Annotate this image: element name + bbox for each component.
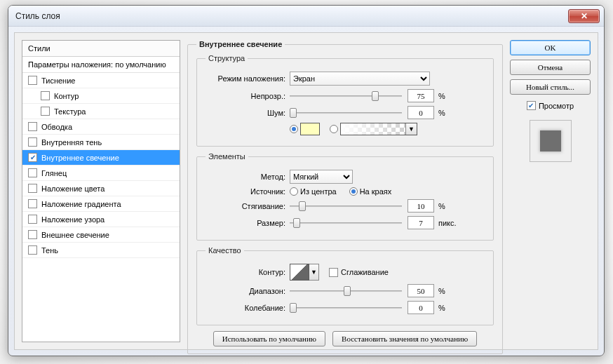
jitter-label: Колебание: — [206, 304, 290, 312]
styles-list: Стили Параметры наложения: по умолчанию … — [22, 40, 180, 342]
style-row[interactable]: Текстура — [22, 104, 180, 119]
style-label: Внутреннее свечение — [41, 154, 119, 162]
style-checkbox[interactable] — [28, 245, 37, 255]
close-icon: ✕ — [581, 11, 588, 21]
effect-outer-group: Внутреннее свечение Структура Режим нало… — [187, 40, 503, 354]
color-swatch[interactable] — [300, 123, 320, 135]
style-row[interactable]: Наложение градиента — [22, 196, 180, 212]
style-label: Внутренняя тень — [41, 138, 102, 147]
close-button[interactable]: ✕ — [568, 9, 600, 23]
antialias-label: Сглаживание — [341, 268, 389, 276]
style-checkbox[interactable] — [28, 199, 37, 208]
style-checkbox[interactable] — [28, 122, 37, 131]
range-unit: % — [438, 287, 445, 295]
style-checkbox[interactable] — [28, 153, 37, 162]
effect-settings-panel: Внутреннее свечение Структура Режим нало… — [187, 40, 503, 342]
color-solid-radio[interactable] — [290, 125, 298, 133]
style-checkbox[interactable] — [28, 168, 37, 177]
source-center-radio[interactable] — [290, 187, 298, 196]
style-checkbox[interactable] — [28, 137, 37, 147]
style-checkbox[interactable] — [28, 215, 37, 224]
style-row[interactable]: Наложение цвета — [22, 181, 180, 196]
style-row[interactable]: Внешнее свечение — [22, 227, 180, 243]
style-row[interactable]: Глянец — [22, 166, 180, 181]
chevron-down-icon[interactable]: ▼ — [309, 264, 319, 281]
opacity-slider[interactable] — [290, 90, 402, 102]
style-label: Тень — [41, 246, 58, 255]
choke-slider[interactable] — [290, 201, 402, 212]
elements-legend: Элементы — [206, 152, 248, 161]
jitter-input[interactable] — [407, 301, 434, 314]
style-row[interactable]: Внутреннее свечение — [22, 150, 180, 166]
style-checkbox[interactable] — [41, 91, 50, 100]
blend-mode-select[interactable]: Экран — [290, 72, 430, 86]
style-label: Контур — [54, 92, 79, 100]
preview-thumbnail — [530, 120, 572, 162]
style-row[interactable]: Наложение узора — [22, 212, 180, 227]
style-row[interactable]: Тиснение — [22, 73, 180, 88]
style-checkbox[interactable] — [41, 107, 50, 116]
style-row[interactable]: Контур — [22, 88, 180, 104]
noise-label: Шум: — [206, 109, 290, 117]
gradient-swatch[interactable]: ▼ — [340, 123, 417, 135]
jitter-slider[interactable] — [290, 302, 402, 314]
quality-group: Качество Контур: ▼ Сглаживание Диапазон: — [196, 246, 494, 325]
noise-slider[interactable] — [290, 107, 402, 119]
quality-legend: Качество — [206, 246, 244, 255]
size-label: Размер: — [206, 219, 290, 227]
style-label: Наложение узора — [41, 215, 105, 224]
contour-label: Контур: — [206, 268, 290, 276]
cancel-button[interactable]: Отмена — [510, 60, 591, 75]
style-checkbox[interactable] — [28, 230, 37, 239]
style-row[interactable]: Обводка — [22, 119, 180, 135]
opacity-label: Непрозр.: — [206, 92, 290, 100]
style-row[interactable]: Внутренняя тень — [22, 135, 180, 150]
choke-input[interactable] — [407, 199, 434, 213]
chevron-down-icon[interactable]: ▼ — [405, 123, 417, 135]
layer-style-dialog: Стиль слоя ✕ Стили Параметры наложения: … — [8, 5, 605, 356]
size-unit: пикс. — [438, 219, 457, 227]
noise-input[interactable] — [407, 106, 434, 119]
jitter-unit: % — [438, 304, 445, 312]
style-label: Текстура — [54, 107, 86, 116]
preview-label: Просмотр — [539, 102, 574, 110]
choke-label: Стягивание: — [206, 202, 290, 210]
style-row[interactable]: Тень — [22, 243, 180, 258]
style-label: Наложение градиента — [41, 200, 121, 208]
titlebar: Стиль слоя ✕ — [8, 6, 604, 27]
preview-checkbox[interactable] — [527, 101, 536, 110]
style-label: Внешнее свечение — [41, 231, 109, 239]
range-input[interactable] — [407, 284, 434, 297]
new-style-button[interactable]: Новый стиль... — [510, 79, 591, 95]
noise-unit: % — [438, 109, 445, 117]
source-center-label: Из центра — [300, 187, 337, 196]
source-edge-radio[interactable] — [349, 187, 358, 196]
source-label: Источник: — [206, 187, 290, 196]
blending-options-row[interactable]: Параметры наложения: по умолчанию — [22, 57, 180, 73]
dialog-actions: OK Отмена Новый стиль... Просмотр — [510, 40, 591, 342]
size-slider[interactable] — [290, 217, 402, 229]
window-title: Стиль слоя — [15, 11, 60, 21]
technique-label: Метод: — [206, 173, 290, 181]
source-edge-label: На краях — [360, 187, 392, 196]
style-label: Наложение цвета — [41, 184, 105, 193]
choke-unit: % — [438, 202, 445, 210]
reset-default-button[interactable]: Восстановить значения по умолчанию — [332, 331, 477, 346]
style-checkbox[interactable] — [28, 76, 37, 85]
effect-title: Внутреннее свечение — [196, 40, 285, 48]
style-checkbox[interactable] — [28, 184, 37, 193]
contour-picker[interactable] — [290, 264, 309, 281]
ok-button[interactable]: OK — [510, 40, 591, 55]
range-slider[interactable] — [290, 285, 402, 297]
make-default-button[interactable]: Использовать по умолчанию — [213, 331, 325, 346]
size-input[interactable] — [407, 216, 434, 229]
style-label: Обводка — [41, 123, 72, 131]
opacity-input[interactable] — [407, 89, 434, 102]
antialias-checkbox[interactable] — [329, 268, 338, 277]
elements-group: Элементы Метод: Мягкий Источник: Из цент… — [196, 152, 494, 241]
styles-list-header[interactable]: Стили — [22, 41, 180, 57]
opacity-unit: % — [438, 92, 445, 100]
color-gradient-radio[interactable] — [330, 125, 338, 133]
blend-mode-label: Режим наложения: — [206, 74, 290, 83]
technique-select[interactable]: Мягкий — [290, 170, 353, 184]
